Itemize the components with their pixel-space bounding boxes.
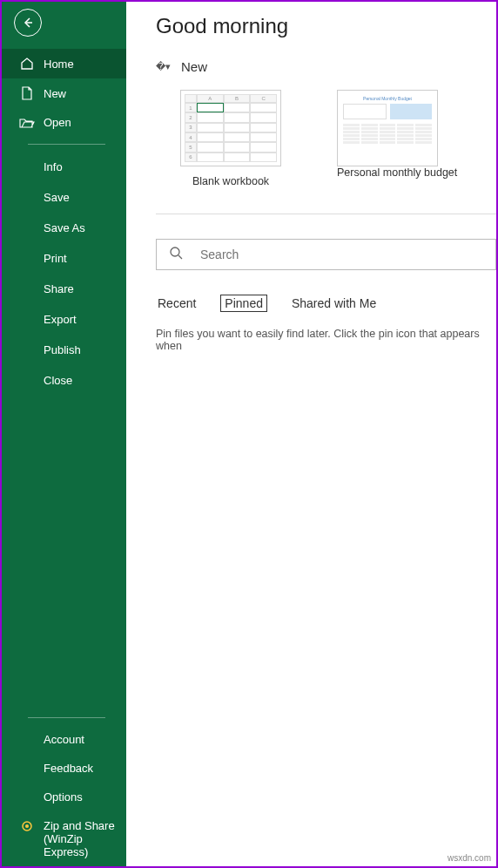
backstage-sidebar: Home New Open Info Save Save As Print Sh… [2,2,126,866]
template-label: Personal monthly budget [337,166,457,179]
sidebar-item-save-as[interactable]: Save As [2,213,126,243]
svg-point-3 [171,248,179,256]
sidebar-label: New [44,87,66,100]
template-thumbnail: ABC 1 2 3 4 5 6 [180,90,281,166]
sidebar-item-export[interactable]: Export [2,304,126,335]
svg-point-2 [25,824,29,828]
sidebar-item-options[interactable]: Options [2,783,126,811]
template-gallery: ABC 1 2 3 4 5 6 Blank workbook Personal … [180,90,496,187]
tab-recent[interactable]: Recent [158,295,196,312]
page-title: Good morning [156,14,496,38]
sidebar-label: Zip and Share (WinZip Express) [44,819,115,858]
sidebar-item-feedback[interactable]: Feedback [2,754,126,783]
search-box[interactable] [156,239,496,270]
zip-icon [19,819,35,833]
chevron-down-icon: �▾ [156,61,171,72]
template-thumbnail: Personal Monthly Budget [337,90,438,166]
sidebar-item-open[interactable]: Open [2,108,126,137]
search-input[interactable] [200,248,483,261]
sidebar-label: Home [44,58,74,71]
sidebar-item-new[interactable]: New [2,78,126,108]
watermark: wsxdn.com [448,853,491,863]
divider [156,214,496,214]
back-button[interactable] [14,9,42,37]
sidebar-item-zip-share[interactable]: Zip and Share (WinZip Express) [2,811,126,866]
sidebar-label: Open [44,116,71,129]
arrow-left-icon [21,16,35,30]
empty-state-hint: Pin files you want to easily find later.… [156,328,496,352]
sidebar-item-close[interactable]: Close [2,365,126,396]
template-label: Blank workbook [180,175,281,187]
sidebar-item-print[interactable]: Print [2,243,126,274]
main-content: Good morning �▾ New ABC 1 2 3 4 5 6 Blan… [126,2,496,866]
sidebar-item-account[interactable]: Account [2,725,126,754]
sidebar-item-info[interactable]: Info [2,152,126,182]
sidebar-item-publish[interactable]: Publish [2,335,126,365]
template-personal-budget[interactable]: Personal Monthly Budget Personal monthly… [337,90,457,187]
divider [28,717,105,718]
document-icon [19,86,35,100]
file-tabs: Recent Pinned Shared with Me [158,295,496,312]
tab-pinned[interactable]: Pinned [220,295,267,312]
tab-shared[interactable]: Shared with Me [292,295,376,312]
search-icon [169,246,183,263]
folder-open-icon [19,117,35,129]
template-blank-workbook[interactable]: ABC 1 2 3 4 5 6 Blank workbook [180,90,281,187]
new-section-header[interactable]: �▾ New [156,59,496,74]
sidebar-item-share[interactable]: Share [2,274,126,304]
sidebar-item-save[interactable]: Save [2,182,126,213]
sidebar-item-home[interactable]: Home [2,49,126,78]
divider [28,144,105,145]
svg-line-4 [178,255,182,259]
home-icon [19,57,35,71]
section-label: New [181,59,207,74]
